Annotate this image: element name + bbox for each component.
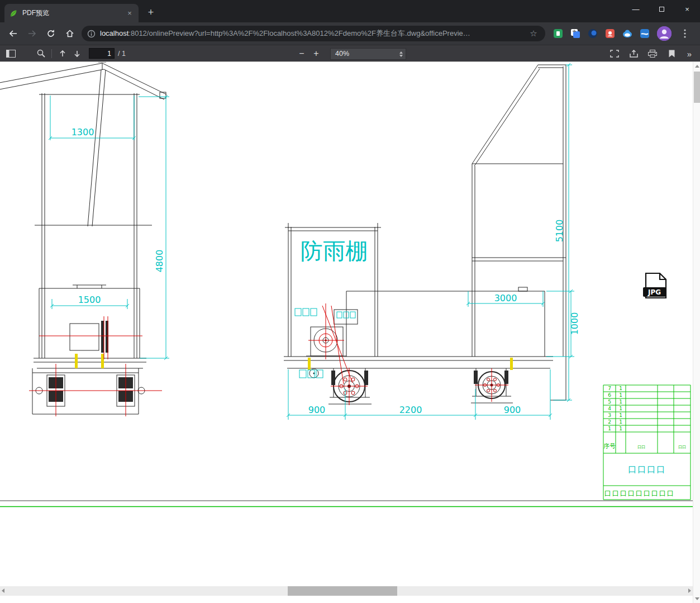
tb-footer-text: 口口口口口口口口口 — [604, 490, 675, 497]
tb-row-number: 1 — [608, 426, 611, 431]
dim-span-left: 900 — [308, 405, 326, 415]
front-view: 1300 4800 1500 — [0, 62, 169, 416]
site-info-icon — [87, 30, 96, 38]
sidebar-toggle-icon — [6, 50, 16, 58]
tb-row-qty: 1 — [619, 392, 622, 398]
avatar-person-icon — [657, 26, 672, 41]
forward-icon — [27, 29, 37, 38]
sheet-border — [0, 501, 693, 507]
kebab-menu-icon — [684, 29, 686, 38]
pdf-toolbar: / 1 − + 40% » — [0, 45, 700, 61]
extension-icon-1[interactable] — [553, 29, 563, 39]
tb-row-number: 4 — [608, 406, 611, 411]
dim-front-width: 1300 — [72, 127, 94, 137]
tb-row-qty: 1 — [619, 406, 622, 411]
dim-body-length: 3000 — [494, 293, 517, 303]
scroll-down-icon[interactable] — [693, 595, 700, 603]
zoom-in-button[interactable]: + — [309, 47, 323, 60]
back-icon — [8, 29, 18, 38]
navigation-bar: localhost:8012/onlinePreview?url=http%3A… — [0, 22, 700, 45]
page-number-input[interactable] — [89, 48, 115, 59]
profile-avatar[interactable] — [657, 26, 672, 41]
tb-row-number: 7 — [608, 386, 611, 391]
address-bar[interactable]: localhost:8012/onlinePreview?url=http%3A… — [82, 26, 545, 41]
new-tab-button[interactable]: + — [143, 4, 159, 20]
horizontal-scrollbar[interactable] — [0, 586, 693, 596]
browser-tab[interactable]: PDF预览 × — [4, 4, 139, 22]
extension-icon-2[interactable] — [588, 29, 598, 39]
presentation-mode-icon — [610, 50, 619, 58]
next-page-button[interactable] — [70, 47, 84, 60]
cad-drawing: 1300 4800 1500 — [0, 62, 693, 603]
more-tools-button[interactable]: » — [683, 49, 696, 59]
search-icon — [37, 49, 45, 58]
horizontal-scroll-thumb[interactable] — [288, 586, 397, 596]
presentation-mode-button[interactable] — [607, 47, 622, 60]
maximize-button[interactable] — [649, 0, 674, 18]
scroll-up-icon[interactable] — [693, 62, 700, 70]
url-path: :8012/onlinePreview?url=http%3A%2F%2Floc… — [128, 29, 470, 37]
jpg-file-icon: JPG — [643, 273, 666, 298]
extensions-area — [547, 26, 697, 41]
print-icon — [648, 50, 657, 58]
tb-row-qty: 1 — [619, 399, 622, 405]
reload-icon — [46, 29, 55, 38]
dim-front-height: 4800 — [154, 250, 165, 273]
tb-header-seq: 序号 — [603, 443, 616, 450]
tb-row-qty: 1 — [619, 386, 622, 391]
previous-page-button[interactable] — [55, 47, 70, 60]
print-button[interactable] — [645, 47, 660, 60]
toolbar-divider — [51, 49, 52, 58]
tab-title: PDF预览 — [22, 8, 125, 18]
forward-button[interactable] — [23, 25, 40, 42]
pdf-toolbar-right: » — [607, 45, 696, 62]
title-bar: PDF预览 × + — × — [0, 0, 700, 22]
zoom-out-button[interactable]: − — [294, 47, 309, 60]
dim-body-height: 1000 — [569, 312, 580, 335]
vertical-scroll-thumb[interactable] — [694, 72, 700, 103]
tb-header-name: 口口 — [637, 445, 645, 449]
dim-side-height: 5100 — [554, 220, 565, 243]
sidebar-toggle-button[interactable] — [3, 47, 18, 60]
tb-row-qty: 1 — [619, 419, 622, 425]
zoom-level-value: 40% — [335, 50, 349, 58]
home-icon — [65, 29, 74, 38]
minimize-button[interactable]: — — [623, 0, 649, 18]
tab-close-icon[interactable]: × — [125, 9, 134, 18]
extension-icon-cloud[interactable] — [622, 29, 632, 39]
browser-window: PDF预览 × + — × — [0, 0, 700, 61]
tab-favicon-leaf-icon — [9, 9, 18, 18]
bookmark-star-icon[interactable]: ☆ — [527, 29, 540, 39]
vertical-scrollbar[interactable] — [693, 62, 700, 603]
tb-row-number: 6 — [608, 392, 611, 398]
browser-menu-button[interactable] — [679, 26, 691, 41]
page-total-label: / 1 — [118, 50, 126, 58]
close-button[interactable]: × — [674, 0, 700, 18]
dim-span-right: 900 — [504, 405, 521, 415]
pdf-page-area: 1300 4800 1500 — [0, 61, 700, 603]
scroll-right-icon[interactable] — [688, 588, 691, 593]
title-block: 7 6 5 4 3 2 1 1 1 1 1 1 1 1 序号 口口 口口 口口口… — [603, 385, 691, 500]
tb-company-name: 口口口口 — [628, 464, 666, 474]
bookmark-button[interactable] — [664, 47, 679, 60]
select-spinner-icon — [399, 51, 403, 57]
window-controls: — × — [623, 0, 700, 18]
zoom-controls: − + 40% — [294, 45, 406, 62]
scroll-left-icon[interactable] — [2, 588, 4, 593]
extension-icon-3[interactable] — [605, 29, 615, 39]
tb-row-qty: 1 — [619, 412, 622, 418]
tb-header-note: 口口 — [678, 445, 686, 449]
dim-span-middle: 2200 — [399, 405, 422, 415]
open-file-button[interactable] — [626, 47, 641, 60]
jpg-label: JPG — [647, 288, 661, 296]
extension-icon-translate[interactable] — [570, 29, 580, 39]
open-file-icon — [630, 50, 638, 58]
reload-button[interactable] — [42, 25, 59, 42]
find-button[interactable] — [34, 47, 48, 60]
zoom-level-select[interactable]: 40% — [330, 48, 406, 60]
home-button[interactable] — [61, 25, 78, 42]
back-button[interactable] — [4, 25, 21, 42]
arrow-up-icon — [59, 50, 66, 58]
extension-icon-4[interactable] — [640, 29, 650, 39]
arrow-down-icon — [74, 50, 80, 58]
